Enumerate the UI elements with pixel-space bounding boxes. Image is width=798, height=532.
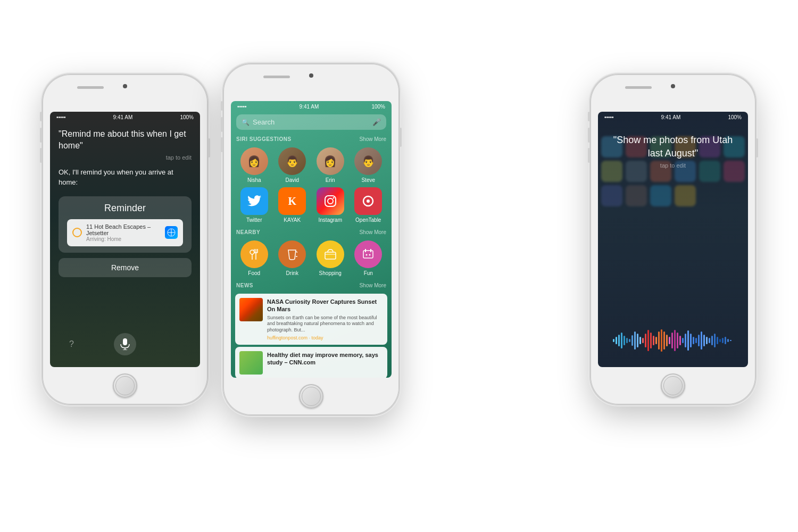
svg-rect-38 [650, 332, 652, 348]
news-show-more[interactable]: Show More [359, 282, 386, 288]
home-button-left[interactable] [113, 373, 137, 398]
vol-up-right [588, 128, 590, 143]
remove-button[interactable]: Remove [59, 258, 192, 277]
silent-switch-center [221, 101, 223, 111]
svg-rect-59 [706, 337, 708, 344]
svg-rect-39 [653, 336, 654, 345]
home-button-center[interactable] [299, 384, 323, 409]
search-bar[interactable]: 🔍 Search 🎤 [236, 114, 386, 130]
siri-mic-area: ? [59, 333, 192, 362]
siri-wave-svg [612, 327, 734, 354]
siri-left-background: ••••• 9:41 AM 100% "Remind me about this… [50, 112, 200, 367]
svg-rect-36 [645, 334, 646, 347]
svg-rect-54 [693, 337, 694, 344]
svg-rect-52 [687, 330, 689, 351]
svg-rect-62 [714, 334, 716, 347]
svg-rect-17 [325, 252, 336, 259]
siri-suggestions-show-more[interactable]: Show More [359, 136, 386, 142]
reminder-text: 11 Hot Beach Escapes – Jetsetter Arrivin… [86, 223, 161, 242]
svg-point-23 [369, 254, 371, 256]
app-instagram[interactable]: Instagram [317, 187, 344, 223]
contact-name-erin: Erin [326, 177, 335, 183]
battery-left: 100% [180, 114, 194, 120]
svg-rect-66 [725, 337, 726, 344]
siri-mic-button[interactable] [114, 333, 136, 355]
opentable-icon [354, 187, 382, 215]
silent-switch [40, 112, 42, 121]
svg-rect-45 [669, 337, 670, 344]
app-opentable[interactable]: OpenTable [354, 187, 382, 223]
help-icon[interactable]: ? [69, 339, 74, 349]
home-button-right[interactable] [661, 373, 685, 398]
svg-rect-46 [671, 332, 673, 348]
svg-rect-57 [701, 331, 702, 350]
svg-rect-26 [618, 335, 620, 346]
svg-rect-25 [616, 337, 617, 344]
nearby-shopping[interactable]: Shopping [317, 240, 344, 276]
siri-suggestions-label: SIRI SUGGESTIONS [236, 136, 292, 142]
news-thumb-food [239, 351, 263, 375]
front-camera-right [671, 84, 675, 88]
tap-to-edit-right[interactable]: tap to edit [598, 162, 748, 169]
app-name-opentable: OpenTable [355, 217, 381, 223]
nearby-fun[interactable]: Fun [354, 240, 382, 276]
svg-rect-49 [679, 336, 681, 345]
svg-rect-24 [613, 339, 614, 342]
svg-rect-53 [690, 334, 692, 347]
power-right [756, 138, 758, 157]
vol-up-button [40, 128, 42, 143]
reminder-subtitle: Arriving: Home [86, 236, 161, 242]
contact-david[interactable]: 👨 David [278, 147, 306, 183]
nearby-food[interactable]: Food [240, 240, 268, 276]
drink-icon [278, 240, 306, 268]
signal-dots: ••••• [56, 114, 66, 120]
svg-rect-64 [719, 339, 721, 342]
reminder-item[interactable]: 11 Hot Beach Escapes – Jetsetter Arrivin… [67, 219, 183, 246]
news-item-2[interactable]: Healthy diet may improve memory, says st… [235, 347, 387, 378]
nearby-drink[interactable]: Drink [278, 240, 306, 276]
contact-nisha[interactable]: 👩 Nisha [240, 147, 268, 183]
avatar-steve-img: 👨 [354, 147, 382, 175]
siri-wave [598, 325, 748, 356]
earpiece-center [263, 76, 290, 78]
svg-rect-37 [647, 330, 649, 351]
avatar-steve: 👨 [354, 147, 382, 175]
svg-rect-61 [711, 336, 713, 345]
power-button [208, 138, 210, 157]
status-bar-right: ••••• 9:41 AM 100% [598, 112, 748, 123]
search-input[interactable]: Search [253, 118, 369, 126]
svg-point-11 [250, 250, 254, 254]
battery-right: 100% [728, 114, 742, 120]
contact-erin[interactable]: 👩 Erin [317, 147, 344, 183]
news-thumb-nasa [239, 298, 263, 321]
vol-down-center [221, 137, 223, 152]
search-mic-icon[interactable]: 🎤 [372, 118, 381, 126]
app-kayak[interactable]: K KAYAK [278, 187, 306, 223]
news-title-2: Healthy diet may improve memory, says st… [267, 351, 383, 367]
svg-rect-29 [626, 338, 628, 343]
app-twitter[interactable]: Twitter [240, 187, 268, 223]
contact-steve[interactable]: 👨 Steve [354, 147, 382, 183]
svg-rect-65 [722, 338, 724, 343]
reminder-checkbox[interactable] [72, 228, 82, 237]
contact-name-nisha: Nisha [247, 177, 261, 183]
earpiece-speaker [77, 86, 104, 89]
shopping-icon [317, 240, 344, 268]
nearby-show-more[interactable]: Show More [359, 229, 386, 235]
avatar-nisha: 👩 [240, 147, 268, 175]
svg-rect-56 [698, 335, 700, 346]
avatar-nisha-img: 👩 [240, 147, 268, 175]
search-icon: 🔍 [242, 119, 250, 126]
news-title-1: NASA Curiosity Rover Captures Sunset On … [267, 298, 383, 313]
svg-rect-50 [682, 338, 684, 343]
tap-to-edit-left[interactable]: tap to edit [59, 154, 192, 161]
svg-point-8 [332, 197, 334, 199]
contact-name-steve: Steve [361, 177, 375, 183]
avatar-david-img: 👨 [278, 147, 306, 175]
nearby-header: NEARBY Show More [231, 227, 392, 237]
nearby-name-food: Food [248, 270, 260, 276]
app-name-kayak: KAYAK [284, 217, 301, 223]
news-item-1[interactable]: NASA Curiosity Rover Captures Sunset On … [235, 294, 387, 345]
avatar-erin: 👩 [317, 147, 344, 175]
svg-rect-58 [703, 335, 705, 346]
